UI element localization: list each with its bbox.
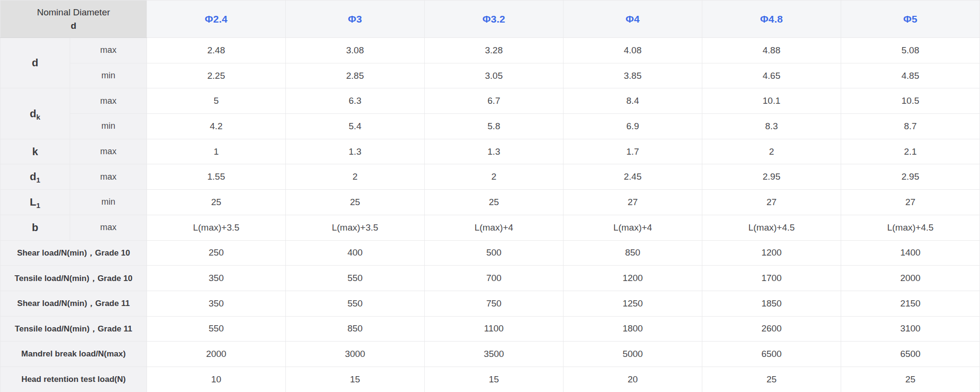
- value-cell: 4.85: [841, 63, 980, 88]
- value-cell: 3.28: [425, 38, 564, 63]
- load-label-cell: Shear load/N(min)，Grade 11: [0, 291, 147, 316]
- value-cell: 2.95: [841, 164, 980, 190]
- spec-table: Nominal Diameter d Φ2.4Φ3Φ3.2Φ4Φ4.8Φ5 dm…: [0, 0, 980, 392]
- param-symbol: b: [32, 221, 38, 233]
- value-cell: 1.3: [425, 139, 564, 164]
- param-symbol: d: [30, 171, 36, 183]
- param-cell: d1: [0, 164, 70, 190]
- limit-cell: max: [70, 38, 147, 63]
- value-cell: 3.08: [286, 38, 425, 63]
- value-cell: 8.7: [841, 114, 980, 139]
- table-row: Mandrel break load/N(max)200030003500500…: [0, 342, 980, 367]
- value-cell: 6.9: [564, 114, 702, 139]
- value-cell: 27: [702, 190, 841, 215]
- value-cell: 250: [147, 240, 286, 266]
- corner-symbol: d: [0, 19, 147, 33]
- value-cell: 25: [286, 190, 425, 215]
- param-cell: b: [0, 215, 70, 240]
- value-cell: 1200: [564, 266, 702, 291]
- table-row: d1max1.55222.452.952.95: [0, 164, 980, 190]
- value-cell: 6500: [841, 342, 980, 367]
- value-cell: 10.1: [702, 88, 841, 114]
- column-header: Φ3: [286, 0, 425, 38]
- value-cell: 25: [147, 190, 286, 215]
- table-row: bmaxL(max)+3.5L(max)+3.5L(max)+4L(max)+4…: [0, 215, 980, 240]
- value-cell: 4.88: [702, 38, 841, 63]
- value-cell: 20: [564, 367, 702, 392]
- value-cell: 550: [147, 316, 286, 342]
- value-cell: L(max)+4.5: [841, 215, 980, 240]
- header-row: Nominal Diameter d Φ2.4Φ3Φ3.2Φ4Φ4.8Φ5: [0, 0, 980, 38]
- column-header: Φ3.2: [425, 0, 564, 38]
- value-cell: 2.45: [564, 164, 702, 190]
- param-cell: L1: [0, 190, 70, 215]
- param-symbol: d: [30, 108, 36, 120]
- limit-cell: max: [70, 215, 147, 240]
- value-cell: 2: [286, 164, 425, 190]
- value-cell: 8.4: [564, 88, 702, 114]
- value-cell: L(max)+4.5: [702, 215, 841, 240]
- value-cell: 2: [702, 139, 841, 164]
- value-cell: 1850: [702, 291, 841, 316]
- value-cell: 750: [425, 291, 564, 316]
- value-cell: 3500: [425, 342, 564, 367]
- table-body: dmax2.483.083.284.084.885.08min2.252.853…: [0, 38, 980, 392]
- value-cell: 2600: [702, 316, 841, 342]
- value-cell: 27: [841, 190, 980, 215]
- param-subscript: 1: [37, 201, 40, 209]
- value-cell: 550: [286, 266, 425, 291]
- value-cell: 500: [425, 240, 564, 266]
- column-header: Φ4: [564, 0, 702, 38]
- column-header: Φ5: [841, 0, 980, 38]
- value-cell: 27: [564, 190, 702, 215]
- value-cell: 850: [564, 240, 702, 266]
- table-row: Shear load/N(min)，Grade 1135055075012501…: [0, 291, 980, 316]
- value-cell: 1: [147, 139, 286, 164]
- param-symbol: k: [32, 146, 38, 158]
- value-cell: 1100: [425, 316, 564, 342]
- param-symbol: L: [30, 196, 36, 208]
- value-cell: 550: [286, 291, 425, 316]
- value-cell: 1800: [564, 316, 702, 342]
- value-cell: L(max)+4: [425, 215, 564, 240]
- load-label-cell: Tensile load/N(min)，Grade 10: [0, 266, 147, 291]
- value-cell: 1400: [841, 240, 980, 266]
- value-cell: 5000: [564, 342, 702, 367]
- value-cell: 4.08: [564, 38, 702, 63]
- table-row: min2.252.853.053.854.654.85: [0, 63, 980, 88]
- value-cell: 15: [425, 367, 564, 392]
- value-cell: 5.4: [286, 114, 425, 139]
- limit-cell: max: [70, 164, 147, 190]
- value-cell: 350: [147, 291, 286, 316]
- value-cell: 1.3: [286, 139, 425, 164]
- value-cell: 3.05: [425, 63, 564, 88]
- value-cell: 5.08: [841, 38, 980, 63]
- value-cell: 850: [286, 316, 425, 342]
- param-subscript: k: [37, 113, 40, 121]
- table-row: Tensile load/N(min)，Grade 11550850110018…: [0, 316, 980, 342]
- value-cell: 25: [841, 367, 980, 392]
- value-cell: 2000: [841, 266, 980, 291]
- value-cell: 2.95: [702, 164, 841, 190]
- value-cell: 2.85: [286, 63, 425, 88]
- load-label-cell: Tensile load/N(min)，Grade 11: [0, 316, 147, 342]
- param-cell: d: [0, 38, 70, 88]
- value-cell: 25: [702, 367, 841, 392]
- table-row: Tensile load/N(min)，Grade 10350550700120…: [0, 266, 980, 291]
- param-symbol: d: [32, 57, 38, 69]
- value-cell: 2.25: [147, 63, 286, 88]
- table-row: dkmax56.36.78.410.110.5: [0, 88, 980, 114]
- column-header: Φ4.8: [702, 0, 841, 38]
- value-cell: 2: [425, 164, 564, 190]
- column-header: Φ2.4: [147, 0, 286, 38]
- value-cell: 4.65: [702, 63, 841, 88]
- value-cell: 2000: [147, 342, 286, 367]
- limit-cell: max: [70, 139, 147, 164]
- corner-title: Nominal Diameter: [0, 6, 147, 19]
- value-cell: 2.1: [841, 139, 980, 164]
- table-header: Nominal Diameter d Φ2.4Φ3Φ3.2Φ4Φ4.8Φ5: [0, 0, 980, 38]
- value-cell: 6.7: [425, 88, 564, 114]
- value-cell: 8.3: [702, 114, 841, 139]
- param-cell: k: [0, 139, 70, 164]
- table-row: L1min252525272727: [0, 190, 980, 215]
